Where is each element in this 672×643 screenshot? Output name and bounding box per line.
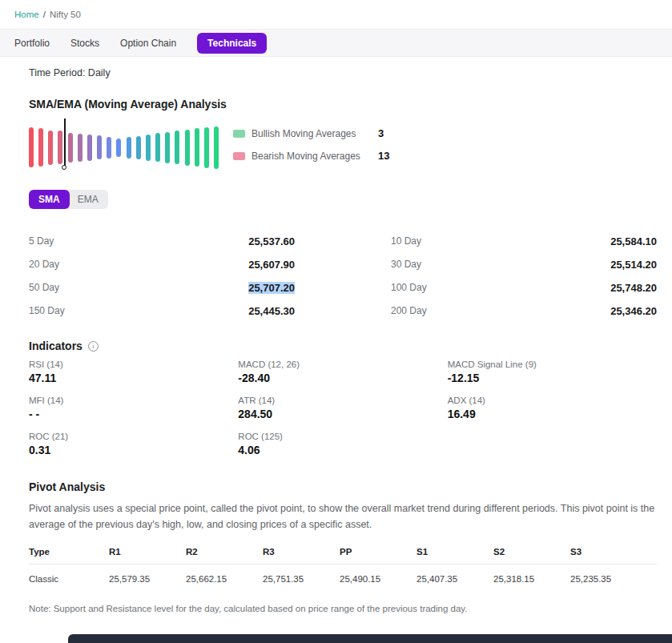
sma-toggle-button[interactable]: SMA [29, 190, 70, 209]
bearish-count: 13 [378, 150, 389, 162]
gauge-bar [116, 139, 121, 157]
indicator-value: - - [29, 408, 238, 420]
tab-stocks[interactable]: Stocks [70, 38, 99, 49]
pivot-col-pp: PP [340, 547, 416, 557]
indicators-title: Indicators [29, 340, 82, 352]
gauge-legend: Bullish Moving Averages 3 Bearish Moving… [233, 127, 389, 162]
ma-label: 200 Day [391, 305, 427, 316]
main-content: Time Period: Daily SMA/EMA (Moving Avera… [0, 67, 672, 613]
breadcrumb: Home / Nifty 50 [0, 0, 672, 30]
ma-value: 25,607.90 [248, 259, 295, 271]
ma-value: 25,514.20 [610, 259, 657, 271]
tab-bar: Portfolio Stocks Option Chain Technicals [0, 30, 672, 57]
pivot-table-header: Type R1 R2 R3 PP S1 S2 S3 [29, 547, 657, 565]
pivot-col-s3: S3 [570, 547, 647, 557]
gauge-bar [87, 135, 92, 161]
moving-average-gauge [29, 122, 219, 173]
ma-label: 20 Day [29, 259, 59, 270]
gauge-bar [175, 131, 179, 164]
ema-toggle-button[interactable]: EMA [66, 190, 108, 209]
indicator-roc-21: ROC (21) 0.31 [29, 432, 238, 457]
pivot-analysis-description: Pivot analysis uses a special price poin… [29, 500, 657, 532]
gauge-bar [68, 133, 73, 163]
bullish-label: Bullish Moving Averages [251, 128, 378, 139]
legend-item-bearish: Bearish Moving Averages 13 [233, 150, 389, 162]
ma-row-50-day: 50 Day 25,707.20 [29, 280, 295, 295]
pivot-cell-s1: 25,407.35 [416, 574, 493, 584]
gauge-bar [29, 127, 34, 167]
ma-value: 25,445.30 [248, 305, 295, 317]
ma-row-150-day: 150 Day 25,445.30 [29, 303, 295, 318]
gauge-bar [48, 131, 53, 165]
indicator-value: -28.40 [238, 372, 447, 384]
gauge-bar [185, 130, 190, 166]
ma-label: 10 Day [391, 235, 421, 247]
ma-label: 100 Day [391, 282, 427, 293]
ma-row-100-day: 100 Day 25,748.20 [391, 280, 657, 295]
ma-column-right: 10 Day 25,584.10 30 Day 25,514.20 100 Da… [391, 234, 657, 318]
indicator-label: MACD (12, 26) [238, 360, 447, 369]
indicator-adx: ADX (14) 16.49 [448, 396, 657, 421]
bullish-swatch-icon [233, 130, 245, 138]
gauge-bar [97, 135, 102, 159]
time-period-label: Time Period: Daily [29, 67, 657, 78]
moving-average-gauge-row: Bullish Moving Averages 3 Bearish Moving… [29, 122, 657, 173]
gauge-bar [78, 134, 82, 162]
gauge-bars [29, 122, 219, 173]
ma-label: 50 Day [29, 282, 59, 293]
indicator-label: RSI (14) [29, 360, 238, 369]
gauge-bar [155, 133, 160, 162]
indicator-value: -12.15 [448, 372, 657, 384]
sma-ema-section-title: SMA/EMA (Moving Average) Analysis [29, 98, 657, 111]
gauge-bar [136, 136, 141, 159]
ma-label: 150 Day [29, 305, 65, 316]
indicator-value: 0.31 [29, 444, 238, 456]
ma-row-5-day: 5 Day 25,537.60 [29, 234, 295, 248]
pivot-table-row-classic: Classic 25,579.35 25,662.15 25,751.35 25… [29, 565, 657, 584]
gauge-bar [58, 131, 62, 164]
gauge-bar [146, 135, 151, 161]
bottom-section-edge [68, 634, 672, 643]
tab-technicals[interactable]: Technicals [197, 33, 267, 54]
indicator-label: MFI (14) [29, 396, 238, 405]
indicators-header: Indicators i [29, 340, 657, 352]
pivot-col-type: Type [29, 547, 109, 557]
ma-label: 5 Day [29, 235, 54, 247]
ma-column-left: 5 Day 25,537.60 20 Day 25,607.90 50 Day … [29, 234, 295, 318]
breadcrumb-current: Nifty 50 [50, 10, 81, 19]
gauge-bar [165, 132, 170, 163]
indicator-label: ATR (14) [238, 396, 447, 405]
ma-value-selected: 25,707.20 [248, 282, 295, 294]
pivot-cell-pp: 25,490.15 [340, 574, 416, 584]
pivot-cell-r2: 25,662.15 [186, 574, 263, 584]
indicator-mfi: MFI (14) - - [29, 396, 238, 421]
indicator-rsi: RSI (14) 47.11 [29, 360, 238, 385]
pivot-col-r2: R2 [186, 547, 263, 557]
pivot-cell-s3: 25,235.35 [570, 574, 647, 584]
pivot-col-s2: S2 [493, 547, 570, 557]
pivot-cell-r3: 25,751.35 [263, 574, 340, 584]
tab-portfolio[interactable]: Portfolio [14, 38, 50, 49]
tab-option-chain[interactable]: Option Chain [120, 38, 176, 49]
indicator-macd-signal: MACD Signal Line (9) -12.15 [448, 360, 657, 385]
gauge-bar [214, 127, 219, 169]
ma-row-10-day: 10 Day 25,584.10 [391, 234, 657, 248]
indicator-label: MACD Signal Line (9) [448, 360, 657, 369]
gauge-bar [38, 128, 43, 167]
ma-value: 25,346.20 [610, 305, 657, 317]
breadcrumb-separator: / [43, 10, 46, 19]
pivot-cell-r1: 25,579.35 [109, 574, 186, 584]
ma-row-30-day: 30 Day 25,514.20 [391, 257, 657, 271]
pivot-col-s1: S1 [416, 547, 493, 557]
pivot-analysis-title: Pivot Analysis [29, 480, 657, 493]
pivot-col-r3: R3 [263, 547, 340, 557]
sma-ema-toggle: SMA EMA [29, 190, 657, 209]
indicator-value: 47.11 [29, 372, 238, 384]
breadcrumb-home-link[interactable]: Home [14, 10, 39, 19]
ma-label: 30 Day [391, 259, 421, 270]
pivot-cell-s2: 25,318.15 [493, 574, 570, 584]
indicator-macd: MACD (12, 26) -28.40 [238, 360, 447, 385]
info-icon[interactable]: i [88, 341, 99, 352]
pivot-cell-type: Classic [29, 574, 109, 584]
indicator-value: 4.06 [238, 444, 447, 456]
